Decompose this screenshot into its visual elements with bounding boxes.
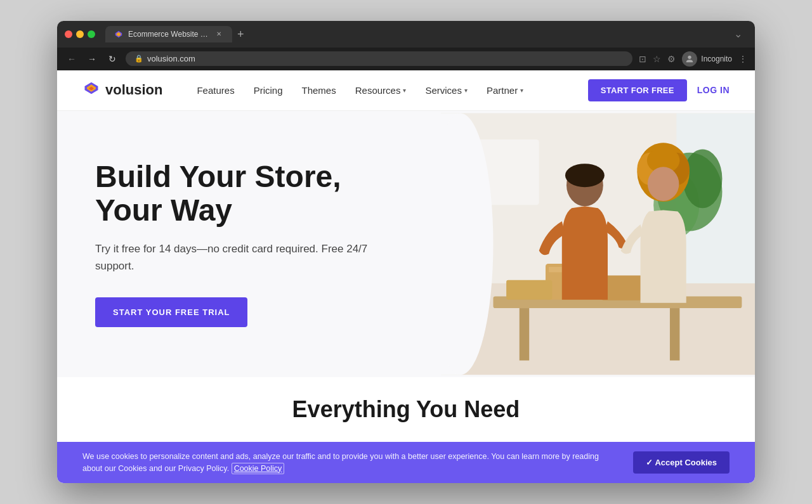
svg-rect-14 [670, 308, 679, 361]
back-button[interactable]: ← [65, 54, 79, 64]
person-icon [684, 54, 695, 64]
partner-dropdown-arrow: ▾ [520, 87, 523, 94]
cookie-banner: We use cookies to personalize content an… [57, 442, 755, 484]
hero-right [441, 111, 755, 377]
nav-features[interactable]: Features [188, 80, 243, 101]
hero-left: Build Your Store, Your Way Try it free f… [57, 111, 441, 377]
nav-services[interactable]: Services ▾ [416, 80, 476, 101]
incognito-label: Incognito [701, 55, 732, 63]
logo-text: volusion [105, 82, 162, 98]
tab-title: Ecommerce Website Store & S [128, 30, 209, 39]
window-controls [65, 30, 95, 38]
reload-button[interactable]: ↻ [105, 54, 119, 64]
bookmark-icon[interactable]: ☆ [653, 54, 661, 64]
browser-window: Ecommerce Website Store & S ✕ + ⌄ ← → ↻ … [57, 21, 755, 484]
nav-links: Features Pricing Themes Resources ▾ Serv… [188, 80, 587, 101]
section-teaser-title: Everything You Need [95, 396, 717, 423]
login-button[interactable]: LOG IN [697, 85, 730, 95]
extensions-icon[interactable]: ⚙ [667, 54, 676, 64]
cookie-policy-link[interactable]: Cookie Policy [232, 463, 285, 474]
hero-image [441, 111, 755, 377]
resources-dropdown-arrow: ▾ [403, 87, 406, 94]
svg-rect-13 [520, 308, 529, 361]
svg-rect-18 [506, 280, 552, 299]
website-content: volusion Features Pricing Themes Resourc… [57, 70, 755, 484]
browser-addressbar: ← → ↻ 🔒 volusion.com ⊡ ☆ ⚙ Incognito ⋮ [57, 48, 755, 70]
logo-icon [82, 81, 100, 99]
close-button[interactable] [65, 30, 72, 38]
browser-menu-button[interactable]: ⌄ [729, 28, 747, 40]
svg-point-2 [688, 55, 691, 58]
nav-partner[interactable]: Partner ▾ [478, 80, 532, 101]
browser-actions: ⊡ ☆ ⚙ Incognito ⋮ [639, 51, 747, 67]
hero-title: Build Your Store, Your Way [95, 160, 409, 228]
incognito-profile[interactable]: Incognito [682, 51, 732, 67]
section-teaser: Everything You Need [57, 377, 755, 442]
browser-titlebar: Ecommerce Website Store & S ✕ + ⌄ [57, 21, 755, 48]
start-for-free-button[interactable]: START FOR FREE [588, 79, 687, 101]
cast-icon[interactable]: ⊡ [639, 54, 646, 64]
tab-favicon [114, 30, 123, 39]
address-bar[interactable]: 🔒 volusion.com [126, 51, 632, 66]
forward-button[interactable]: → [85, 54, 99, 64]
new-tab-button[interactable]: + [232, 28, 249, 41]
browser-tab[interactable]: Ecommerce Website Store & S ✕ [105, 26, 232, 42]
lock-icon: 🔒 [134, 55, 143, 63]
accept-cookies-button[interactable]: ✓ Accept Cookies [633, 451, 730, 474]
logo[interactable]: volusion [82, 81, 162, 99]
svg-point-20 [565, 164, 605, 187]
hero-subtitle: Try it free for 14 days—no credit card r… [95, 240, 374, 275]
nav-themes[interactable]: Themes [293, 80, 345, 101]
services-dropdown-arrow: ▾ [464, 87, 468, 94]
svg-point-11 [683, 149, 723, 208]
avatar [682, 51, 697, 67]
svg-point-25 [648, 167, 679, 201]
hero-section: Build Your Store, Your Way Try it free f… [57, 111, 755, 377]
nav-resources[interactable]: Resources ▾ [346, 80, 416, 101]
cookie-text: We use cookies to personalize content an… [82, 451, 620, 475]
url-text: volusion.com [147, 54, 195, 63]
start-trial-button[interactable]: START YOUR FREE TRIAL [95, 297, 247, 327]
more-button[interactable]: ⋮ [738, 54, 747, 64]
minimize-button[interactable] [76, 30, 84, 38]
main-nav: volusion Features Pricing Themes Resourc… [57, 70, 755, 111]
nav-actions: START FOR FREE LOG IN [588, 79, 730, 101]
nav-pricing[interactable]: Pricing [245, 80, 292, 101]
tab-close-button[interactable]: ✕ [214, 30, 223, 39]
maximize-button[interactable] [88, 30, 95, 38]
